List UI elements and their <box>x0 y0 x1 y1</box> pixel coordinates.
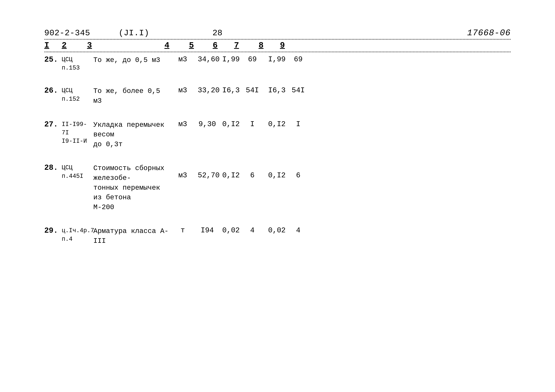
row-27-code: II-I99-7II9-II-И <box>62 120 93 145</box>
col-header-2: 2 <box>62 41 74 50</box>
row-29-desc: Арматура класса А-III <box>93 226 175 246</box>
row-28-desc: Стоимость сборных железобе-тонных перемы… <box>93 164 175 212</box>
col-header-4: 4 <box>160 41 174 50</box>
doc-number: 902-2-345 <box>44 29 90 38</box>
row-28-total1: 6 <box>245 164 259 179</box>
row-28-norm2: 0,I2 <box>267 164 286 179</box>
row-29-price: I94 <box>198 226 217 235</box>
column-headers-row: I 2 3 4 5 6 7 8 9 <box>44 41 511 52</box>
row-25-code: ЦСЦп.153 <box>62 55 93 72</box>
row-26-norm1: I6,3 <box>221 86 241 94</box>
row-27-norm1: 0,I2 <box>221 120 241 128</box>
page-number: 28 <box>212 29 222 38</box>
row-28-num: 28. <box>44 164 57 172</box>
stamp-number: 17668-06 <box>467 28 511 38</box>
doc-type: (ЈI.I) <box>119 29 149 38</box>
row-25-total1: 69 <box>245 55 259 64</box>
col-header-9: 9 <box>275 41 290 50</box>
row-29-total2: 4 <box>291 226 305 235</box>
header-row: 902-2-345 (ЈI.I) 28 17668-06 <box>44 29 511 38</box>
row-28-code: ЦСЦп.445I <box>62 164 93 180</box>
row-27-total1: I <box>245 120 259 128</box>
row-29-norm1: 0,02 <box>221 226 241 235</box>
col-header-8: 8 <box>252 41 270 50</box>
col-header-6: 6 <box>206 41 225 50</box>
row-27-total2: I <box>291 120 305 128</box>
page-container: 902-2-345 (ЈI.I) 28 17668-06 I 2 3 4 5 6… <box>0 0 555 392</box>
row-25-desc: То же, до 0,5 м3 <box>93 55 175 65</box>
top-dashed-line <box>44 39 511 40</box>
row-26-norm2: I6,3 <box>267 86 286 94</box>
row-27-num: 27. <box>44 120 57 129</box>
row-26-price: 33,20 <box>198 86 217 94</box>
row-29-total1: 4 <box>245 226 259 235</box>
row-26-unit: м3 <box>175 86 190 94</box>
row-25-total2: 69 <box>291 55 305 64</box>
row-26-desc: То же, более 0,5 м3 <box>93 86 175 106</box>
table-row: 29. ц.Iч.4р.7п.4 Арматура класса А-III т… <box>44 226 511 246</box>
col-header-5: 5 <box>182 41 201 50</box>
row-29-num: 29. <box>44 226 57 235</box>
row-25-unit: м3 <box>175 55 190 64</box>
row-29-code: ц.Iч.4р.7п.4 <box>62 226 93 243</box>
row-28-total2: 6 <box>291 164 305 179</box>
row-28-norm1: 0,I2 <box>221 164 241 179</box>
row-29-unit: т <box>175 226 190 235</box>
row-29-norm2: 0,02 <box>267 226 286 235</box>
row-25-norm2: I,99 <box>267 55 286 64</box>
row-26-num: 26. <box>44 86 57 95</box>
col-header-7: 7 <box>229 41 244 50</box>
row-28-price: 52,70 <box>198 164 217 179</box>
table-row: 28. ЦСЦп.445I Стоимость сборных железобе… <box>44 164 511 212</box>
row-26-code: ЦСЦп.152 <box>62 86 93 103</box>
row-26-total1: 54I <box>245 86 259 94</box>
table-row: 27. II-I99-7II9-II-И Укладка перемычек в… <box>44 120 511 149</box>
row-25-norm1: I,99 <box>221 55 241 64</box>
row-26-total2: 54I <box>291 86 305 94</box>
row-25-num: 25. <box>44 55 57 64</box>
row-27-unit: м3 <box>175 120 190 128</box>
col-header-1: I <box>44 41 57 50</box>
row-27-norm2: 0,I2 <box>267 120 286 128</box>
row-27-price: 9,30 <box>198 120 217 128</box>
table-row: 26. ЦСЦп.152 То же, более 0,5 м3 м3 33,2… <box>44 86 511 106</box>
row-28-unit: м3 <box>175 164 190 179</box>
col-header-3: 3 <box>87 41 147 50</box>
row-25-price: 34,60 <box>198 55 217 64</box>
row-27-desc: Укладка перемычек весомдо 0,3т <box>93 120 175 149</box>
table-row: 25. ЦСЦп.153 То же, до 0,5 м3 м3 34,60 I… <box>44 55 511 72</box>
